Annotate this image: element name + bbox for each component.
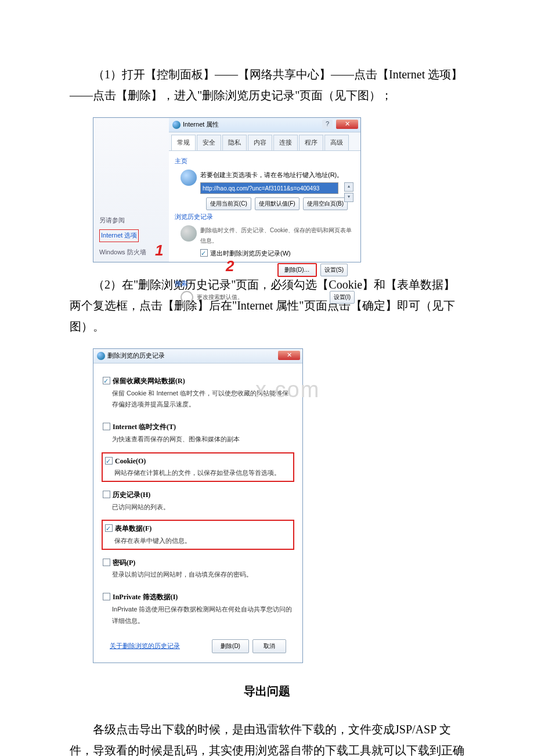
chk-history[interactable]	[103, 491, 110, 498]
chk-inprivate[interactable]	[103, 593, 110, 600]
side-internet-options[interactable]: Internet 选项	[99, 229, 139, 242]
opt3-t: Cookie(O)	[115, 457, 146, 465]
screenshot-2: x.com 删除浏览的历史记录 ✕ 保留收藏夹网站数据(R)保留 Cookie …	[93, 348, 464, 663]
chk-pwd[interactable]	[103, 559, 110, 566]
btn-blank[interactable]: 使用空白页(B)	[303, 197, 348, 210]
close-icon[interactable]: ✕	[336, 120, 358, 129]
section-title: 导出问题	[70, 681, 464, 701]
earth-icon	[172, 121, 181, 129]
tab-content[interactable]: 内容	[248, 135, 272, 150]
chk-form[interactable]	[105, 524, 113, 532]
chk-fav[interactable]	[103, 377, 110, 384]
dlg1-title: Internet 属性	[183, 119, 219, 131]
opt4-d: 已访问网站的列表。	[112, 502, 293, 513]
tab-security[interactable]: 安全	[197, 135, 221, 150]
earth-icon-2	[97, 352, 105, 360]
url-input[interactable]: http://hao.qq.com/?unc=Af31011&s=o400493	[200, 182, 338, 194]
tabs: 常规 安全 隐私 内容 连接 程序 高级	[169, 132, 360, 151]
home-icon	[181, 170, 197, 186]
sec-hist: 浏览历史记录	[175, 211, 355, 223]
chk-exit-label: 退出时删除浏览历史记录(W)	[210, 250, 291, 257]
side-firewall: Windows 防火墙	[99, 247, 146, 258]
tab-general[interactable]: 常规	[171, 135, 196, 150]
hist-icon	[181, 225, 197, 242]
search-text: 更改搜索默认值。	[197, 292, 328, 303]
side-ref: 另请参阅	[99, 215, 146, 226]
para-3: 各级点击导出下载的时候，是由迅雷软件下载的，文件变成JSP/ASP 文件，导致看…	[70, 719, 464, 756]
btn-settings[interactable]: 设置(S)	[320, 264, 348, 276]
chk-exit-del[interactable]	[200, 249, 208, 257]
opt1-t: 保留收藏夹网站数据(R)	[113, 377, 185, 385]
chk-temp[interactable]	[103, 423, 110, 430]
marker-1: 1	[155, 242, 163, 260]
opt5-d: 保存在表单中键入的信息。	[114, 535, 291, 547]
tab-privacy[interactable]: 隐私	[222, 135, 247, 150]
search-icon	[181, 291, 193, 304]
tab-conn[interactable]: 连接	[273, 135, 298, 150]
opt4-t: 历史记录(H)	[113, 491, 150, 499]
opt7-d: InPrivate 筛选使用已保存数据检测网站在何处自动共享您访问的详细信息。	[112, 604, 293, 627]
chk-cookie[interactable]	[105, 457, 113, 465]
screenshot-1: 另请参阅 Internet 选项 1 Windows 防火墙 Internet …	[93, 117, 464, 262]
btn-cancel[interactable]: 取消	[252, 639, 286, 653]
opt7-t: InPrivate 筛选数据(I)	[113, 593, 178, 601]
opt2-t: Internet 临时文件(T)	[113, 423, 176, 431]
sec-search: 搜索	[175, 278, 355, 290]
tab-prog[interactable]: 程序	[299, 135, 323, 150]
btn-delete[interactable]: 删除(D)…	[277, 263, 317, 277]
opt1-d: 保留 Cookie 和 Internet 临时文件，可以使您收藏的网站能够保存偏…	[112, 388, 293, 411]
titlebar-1: Internet 属性 ? ✕	[169, 118, 360, 132]
hist-text: 删除临时文件、历史记录、Cookie、保存的密码和网页表单信息。	[200, 225, 355, 246]
para-1: （1）打开【控制面板】——【网络共享中心】——点击【Internet 选项】——…	[70, 64, 464, 106]
close-icon-2[interactable]: ✕	[278, 351, 300, 360]
btn-cur[interactable]: 使用当前页(C)	[206, 197, 251, 210]
help-icon[interactable]: ?	[322, 120, 333, 129]
scroll-down-icon[interactable]: ▾	[344, 193, 353, 202]
dlg2-title: 删除浏览的历史记录	[107, 350, 165, 362]
opt6-d: 登录以前访问过的网站时，自动填充保存的密码。	[112, 569, 293, 581]
home-text: 若要创建主页选项卡，请在各地址行键入地址(R)。	[200, 170, 355, 181]
btn-del2[interactable]: 删除(D)	[212, 639, 249, 653]
about-link[interactable]: 关于删除浏览的历史记录	[110, 640, 180, 652]
btn-settings-2[interactable]: 设置(I)	[330, 291, 355, 304]
tab-adv[interactable]: 高级	[324, 135, 349, 150]
opt6-t: 密码(P)	[113, 559, 135, 567]
sec-home: 主页	[175, 156, 355, 167]
marker-2: 2	[226, 257, 234, 275]
opt2-d: 为快速查看而保存的网页、图像和媒体的副本	[112, 434, 293, 445]
opt3-d: 网站存储在计算机上的文件，以保存如登录信息等首选项。	[114, 467, 291, 479]
btn-def[interactable]: 使用默认值(F)	[255, 197, 300, 210]
scroll-up-icon[interactable]: ▴	[344, 182, 353, 192]
opt5-t: 表单数据(F)	[115, 524, 151, 532]
